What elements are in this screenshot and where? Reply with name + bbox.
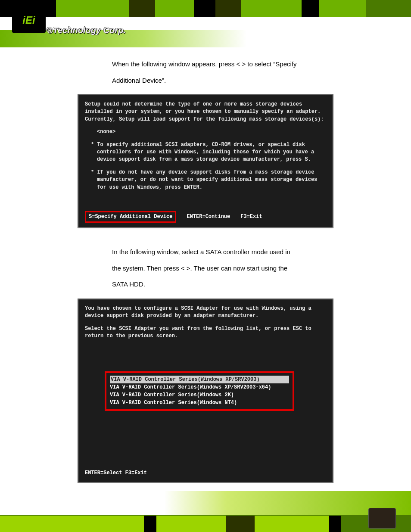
status-s-highlight: S=Specify Additional Device [85,211,176,223]
footer-badge [368,508,396,529]
none-placeholder: <none> [85,128,326,136]
controller-option[interactable]: VIA V-RAID Controller Series(Windows 2K) [110,391,289,399]
brand-slogan: ®Technology Corp. [47,26,126,34]
setup-screenshot-1: Setup could not determine the type of on… [78,94,333,228]
controller-option[interactable]: VIA V-RAID Controller Series(Windows XP/… [110,383,289,391]
status-enter: ENTER=Continue [187,213,230,221]
controller-options-box: VIA V-RAID Controller Series(Windows XP/… [105,371,294,411]
page-header: iEi ®Technology Corp. [0,0,411,47]
footer-stripe [0,515,411,532]
status-f3: F3=Exit [240,213,262,221]
logo: iEi [12,8,46,33]
scsi-message-2: Select the SCSI Adapter you want from th… [85,325,326,340]
bullet-noenter: * If you do not have any device support … [85,169,326,191]
bullet-specify: * To specify additional SCSI adapters, C… [85,141,326,164]
status-bar-2: ENTER=Select F3=Exit [85,470,147,477]
footer-fade [0,491,411,515]
status-bar: S=Specify Additional Device ENTER=Contin… [85,211,326,223]
instruction-paragraph-1: When the following window appears, press… [112,56,299,88]
header-stripe [0,0,411,18]
controller-option-selected[interactable]: VIA V-RAID Controller Series(Windows XP/… [110,376,289,383]
instruction-paragraph-2: In the following window, select a SATA c… [112,244,299,292]
content-area: When the following window appears, press… [26,52,385,489]
page-footer [0,491,411,532]
controller-option[interactable]: VIA V-RAID Controller Series(Windows NT4… [110,399,289,407]
setup-screenshot-2: You have chosen to configure a SCSI Adap… [78,299,333,483]
setup-message: Setup could not determine the type of on… [85,101,326,123]
scsi-message-1: You have chosen to configure a SCSI Adap… [85,305,326,320]
